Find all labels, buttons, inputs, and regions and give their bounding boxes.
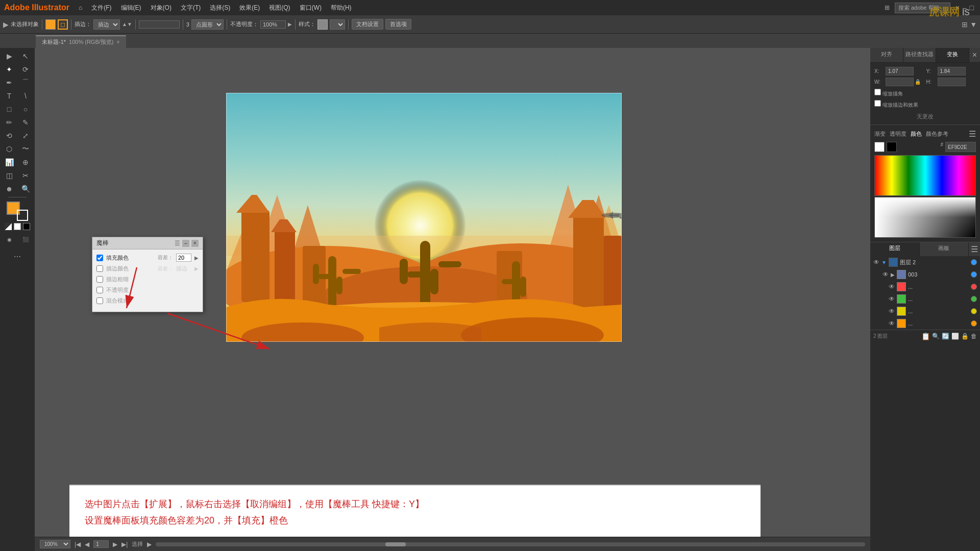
shape-input[interactable] bbox=[139, 20, 180, 29]
arrow-up-icon[interactable]: ▲▼ bbox=[122, 21, 132, 27]
layer-row-red[interactable]: 👁 ... bbox=[870, 281, 980, 293]
h-input[interactable] bbox=[938, 78, 966, 86]
y-input[interactable] bbox=[938, 67, 966, 76]
panel-close-button[interactable]: × bbox=[191, 240, 199, 247]
nav-last-icon[interactable]: ▶| bbox=[121, 541, 128, 548]
nav-next-icon[interactable]: ▶ bbox=[113, 541, 117, 548]
layers-panel-menu[interactable]: ☰ bbox=[969, 242, 980, 256]
tab-pathfinder[interactable]: 路径查找器 bbox=[903, 48, 937, 62]
color-ref-tab[interactable]: 颜色参考 bbox=[926, 130, 948, 138]
gradient-tab[interactable]: 渐变 bbox=[874, 130, 886, 138]
stroke-icon[interactable]: ◻ bbox=[58, 19, 68, 30]
menu-edit[interactable]: 编辑(E) bbox=[117, 3, 145, 13]
selection-tool[interactable]: ▶ bbox=[2, 50, 17, 62]
layers-tab[interactable]: 图层 bbox=[870, 242, 920, 256]
layers-search-icon[interactable]: 🔍 bbox=[932, 333, 940, 340]
interpolation-select[interactable]: 插边 bbox=[93, 19, 120, 30]
fill-color-checkbox[interactable] bbox=[96, 255, 103, 261]
color-gradient-bar[interactable] bbox=[874, 155, 976, 196]
black-color-swatch[interactable] bbox=[887, 142, 897, 152]
fill-tolerance-input[interactable] bbox=[176, 254, 191, 262]
fill-tolerance-expand[interactable]: ▶ bbox=[194, 255, 199, 261]
panel-close-right[interactable]: × bbox=[969, 48, 980, 62]
layer-row-orange[interactable]: 👁 ... bbox=[870, 317, 980, 330]
layers-move-icon[interactable]: 🔄 bbox=[942, 333, 949, 340]
yellow-eye-icon[interactable]: 👁 bbox=[889, 308, 895, 315]
orange-eye-icon[interactable]: 👁 bbox=[889, 320, 895, 327]
maximize-icon[interactable]: □ bbox=[970, 4, 974, 12]
panel-menu-icon[interactable]: ☰ bbox=[175, 240, 180, 247]
type-tool[interactable]: T bbox=[2, 90, 17, 102]
graph-tool[interactable]: 📊 bbox=[2, 156, 17, 168]
layer2-eye-icon[interactable]: 👁 bbox=[873, 259, 879, 266]
w-input[interactable] bbox=[886, 78, 914, 86]
symbol-tool[interactable]: ⊕ bbox=[18, 156, 33, 168]
artboard-tab[interactable]: 画板 bbox=[920, 242, 969, 256]
ellipse-tool[interactable]: ○ bbox=[18, 103, 33, 115]
gradient-mode-icon[interactable]: ⬛ bbox=[18, 233, 33, 245]
bottom-scrollbar[interactable] bbox=[156, 542, 865, 546]
white-color-swatch[interactable] bbox=[874, 142, 885, 152]
slice-tool[interactable]: ✂ bbox=[18, 169, 33, 182]
hand-tool[interactable]: ☻ bbox=[2, 183, 17, 195]
pencil-tool[interactable]: ✎ bbox=[18, 116, 33, 129]
white-swatch[interactable] bbox=[14, 223, 21, 230]
layer-row-yellow[interactable]: 👁 ... bbox=[870, 305, 980, 317]
home-icon[interactable]: ⌂ bbox=[75, 3, 86, 12]
layers-add-icon[interactable]: 📋 bbox=[921, 332, 930, 340]
none-color-icon[interactable] bbox=[5, 223, 12, 230]
layer2-expand-icon[interactable]: ▼ bbox=[881, 260, 887, 265]
tab-close-icon[interactable]: × bbox=[116, 39, 119, 45]
lasso-tool[interactable]: ⟳ bbox=[18, 63, 33, 76]
lock-icon[interactable]: 🔒 bbox=[915, 79, 921, 85]
color-brightness-bar[interactable] bbox=[874, 197, 976, 238]
color-mode-icon[interactable]: ◉ bbox=[2, 233, 17, 245]
panel-minimize-button[interactable]: – bbox=[182, 240, 189, 247]
document-tab[interactable]: 未标题-1* 100% (RGB/预览) × bbox=[36, 35, 126, 48]
003-expand-icon[interactable]: ▶ bbox=[891, 272, 895, 278]
stroke-width-checkbox[interactable] bbox=[96, 276, 103, 283]
transparency-tab[interactable]: 透明度 bbox=[890, 130, 906, 138]
opacity-expand-icon[interactable]: ▶ bbox=[288, 21, 292, 27]
x-input[interactable] bbox=[886, 67, 914, 76]
menu-window[interactable]: 窗口(W) bbox=[296, 3, 326, 13]
artboard-tool[interactable]: ◫ bbox=[2, 169, 17, 182]
rotate-tool[interactable]: ⟲ bbox=[2, 130, 17, 142]
stroke-color-box[interactable] bbox=[17, 210, 28, 221]
menu-select[interactable]: 选择(S) bbox=[206, 3, 234, 13]
color-tab[interactable]: 颜色 bbox=[911, 130, 922, 138]
more-tools-icon[interactable]: ⋯ bbox=[10, 251, 25, 263]
scrollbar-thumb[interactable] bbox=[385, 542, 406, 546]
hex-input[interactable]: EF9D2E bbox=[945, 142, 976, 152]
nav-prev-icon[interactable]: ◀ bbox=[85, 541, 89, 548]
menu-effect[interactable]: 效果(E) bbox=[235, 3, 264, 13]
arrange-icon[interactable]: ⊞ ▼ bbox=[962, 20, 977, 29]
rect-tool[interactable]: □ bbox=[2, 103, 17, 115]
preferences-button[interactable]: 首选项 bbox=[385, 19, 411, 30]
blend-mode-checkbox[interactable] bbox=[96, 297, 103, 304]
selection-tool-icon[interactable]: ▶ bbox=[3, 20, 9, 29]
menu-view[interactable]: 视图(Q) bbox=[265, 3, 294, 13]
style-select[interactable] bbox=[330, 19, 345, 30]
page-input[interactable]: 1 bbox=[93, 540, 109, 548]
zoom-select[interactable]: 100% bbox=[40, 540, 70, 548]
red-eye-icon[interactable]: 👁 bbox=[889, 283, 895, 290]
tab-transform[interactable]: 变换 bbox=[936, 48, 969, 62]
line-tool[interactable]: \ bbox=[18, 90, 33, 102]
scale-tool[interactable]: ⤢ bbox=[18, 130, 33, 142]
menu-object[interactable]: 对象(O) bbox=[146, 3, 176, 13]
style-swatch[interactable] bbox=[317, 19, 328, 30]
pen-tool[interactable]: ✒ bbox=[2, 77, 17, 89]
003-eye-icon[interactable]: 👁 bbox=[883, 271, 889, 278]
layer-row-layer2[interactable]: 👁 ▼ 图层 2 bbox=[870, 256, 980, 268]
green-eye-icon[interactable]: 👁 bbox=[889, 295, 895, 303]
scale-stroke-checkbox[interactable] bbox=[874, 100, 881, 107]
direct-selection-tool[interactable]: ↖ bbox=[18, 50, 33, 62]
scale-corners-label[interactable]: 缩放描角 bbox=[874, 91, 903, 96]
fill-color-swatch[interactable] bbox=[45, 19, 56, 30]
menu-file[interactable]: 文件(F) bbox=[87, 3, 115, 13]
zoom-tool[interactable]: 🔍 bbox=[18, 183, 33, 195]
opacity-checkbox[interactable] bbox=[96, 287, 103, 293]
stroke-tolerance-expand[interactable]: ▶ bbox=[194, 266, 199, 271]
scale-corners-checkbox[interactable] bbox=[874, 89, 881, 95]
